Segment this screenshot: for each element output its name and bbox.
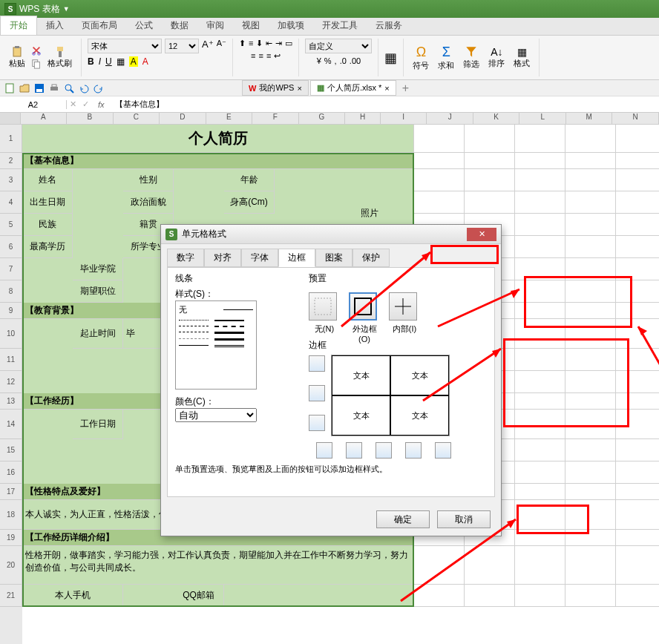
underline-button[interactable]: U [105, 56, 112, 67]
dtab-pattern[interactable]: 图案 [315, 249, 353, 267]
col-header[interactable]: B [67, 113, 114, 125]
preset-outer-button[interactable]: 外边框(O) [349, 292, 380, 344]
increase-font-icon[interactable]: A⁺ [202, 39, 214, 53]
fx-icon[interactable]: fx [92, 100, 111, 109]
line-style-list[interactable]: 无 [175, 300, 257, 390]
sort-button[interactable]: A↓排序 [485, 45, 508, 70]
row-header[interactable]: 5 [0, 214, 22, 236]
row-header[interactable]: 20 [0, 546, 22, 585]
select-all-corner[interactable] [0, 113, 21, 125]
tab-insert[interactable]: 插入 [37, 16, 73, 35]
row-header[interactable]: 18 [0, 500, 22, 530]
bold-button[interactable]: B [88, 56, 94, 67]
col-header[interactable]: C [114, 113, 160, 125]
paste-button[interactable]: 粘贴 [6, 45, 28, 70]
align-middle-icon[interactable]: ≡ [249, 39, 253, 48]
tab-layout[interactable]: 页面布局 [73, 16, 126, 35]
col-header[interactable]: M [566, 113, 613, 125]
col-header[interactable]: I [381, 113, 427, 125]
align-top-icon[interactable]: ⬆ [239, 39, 246, 48]
cell[interactable]: 年龄 [224, 169, 275, 191]
wrap-text-icon[interactable]: ↩ [274, 51, 281, 61]
tab-formula[interactable]: 公式 [126, 16, 162, 35]
save-icon[interactable] [34, 83, 45, 93]
col-header[interactable]: F [252, 113, 299, 125]
dialog-titlebar[interactable]: S 单元格格式 ✕ [161, 225, 501, 244]
currency-icon[interactable]: ¥ [317, 56, 321, 65]
cell[interactable]: 个人简历 [22, 125, 414, 153]
percent-icon[interactable]: % [324, 56, 332, 65]
undo-icon[interactable] [79, 83, 89, 93]
border-button[interactable]: ▦ [117, 56, 125, 67]
styles-icon[interactable]: ▦ [384, 50, 397, 66]
row-header[interactable]: 3 [0, 169, 22, 191]
dtab-number[interactable]: 数字 [167, 249, 204, 267]
col-header[interactable]: J [427, 113, 473, 125]
cancel-button[interactable]: 取消 [437, 510, 491, 528]
font-name-select[interactable]: 宋体 [88, 39, 162, 53]
cell[interactable]: 工作日期 [73, 410, 123, 439]
row-header[interactable]: 7 [0, 258, 22, 280]
font-color-button[interactable]: A [142, 56, 148, 67]
align-center-icon[interactable]: ≡ [259, 51, 263, 61]
print-icon[interactable] [49, 83, 59, 93]
decrease-font-icon[interactable]: A⁻ [217, 39, 226, 53]
row-header[interactable]: 21 [0, 585, 22, 607]
line-color-select[interactable]: 自动 [175, 408, 257, 422]
format-button[interactable]: ▦格式 [511, 45, 533, 70]
row-header[interactable]: 17 [0, 484, 22, 500]
col-header[interactable]: L [519, 113, 566, 125]
doc-tab-mywps[interactable]: W 我的WPS × [242, 80, 309, 96]
cell[interactable]: 期望职位 [73, 280, 123, 303]
cell[interactable]: QQ邮箱 [174, 585, 224, 607]
align-left-icon[interactable]: ≡ [251, 51, 255, 61]
col-header[interactable]: N [612, 113, 659, 125]
symbol-button[interactable]: Ω符号 [410, 43, 432, 73]
cell[interactable]: 【基本信息】 [22, 153, 414, 169]
copy-button[interactable] [31, 59, 42, 70]
cell[interactable]: 性别 [123, 169, 174, 191]
close-tab-icon[interactable]: × [297, 84, 301, 93]
row-header[interactable]: 2 [0, 153, 22, 169]
cell[interactable]: 政治面貌 [123, 191, 174, 214]
tab-data[interactable]: 数据 [162, 16, 197, 35]
border-diag1-button[interactable] [316, 442, 332, 459]
border-hmid-button[interactable] [309, 385, 325, 401]
col-header[interactable]: E [206, 113, 253, 125]
cell[interactable]: 毕业学院 [73, 258, 123, 280]
border-right-button[interactable] [405, 442, 422, 459]
row-header[interactable]: 8 [0, 280, 22, 303]
sum-button[interactable]: Σ求和 [435, 43, 457, 73]
row-header[interactable]: 10 [0, 319, 22, 349]
cell[interactable]: 身高(Cm) [224, 191, 275, 214]
align-right-icon[interactable]: ≡ [266, 51, 271, 61]
border-vmid-button[interactable] [376, 442, 392, 459]
dropdown-icon[interactable]: ▼ [63, 5, 70, 13]
format-painter-button[interactable]: 格式刷 [45, 45, 75, 70]
cancel-icon[interactable]: ✕ [67, 99, 79, 109]
redo-icon[interactable] [94, 83, 104, 93]
comma-icon[interactable]: , [335, 56, 337, 65]
tab-cloud[interactable]: 云服务 [367, 16, 411, 35]
row-header[interactable]: 1 [0, 125, 22, 153]
row-header[interactable]: 14 [0, 410, 22, 439]
preset-none-button[interactable]: 无(N) [309, 292, 340, 344]
align-bottom-icon[interactable]: ⬇ [256, 39, 263, 48]
tab-dev[interactable]: 开发工具 [313, 16, 367, 35]
row-header[interactable]: 19 [0, 530, 22, 546]
italic-button[interactable]: I [99, 56, 101, 67]
fill-color-button[interactable]: A [129, 56, 138, 67]
tab-review[interactable]: 审阅 [197, 16, 233, 35]
cell[interactable]: 出生日期 [22, 191, 73, 214]
border-left-button[interactable] [346, 442, 362, 459]
row-header[interactable]: 16 [0, 461, 22, 484]
row-header[interactable]: 4 [0, 191, 22, 214]
font-size-select[interactable]: 12 [165, 39, 199, 53]
new-tab-button[interactable]: + [398, 82, 413, 95]
close-tab-icon[interactable]: × [384, 84, 389, 93]
ok-button[interactable]: 确定 [376, 510, 430, 528]
dec-dec-icon[interactable]: .00 [350, 56, 361, 65]
name-box[interactable]: A2 [0, 100, 67, 109]
cell[interactable]: 起止时间 [73, 319, 123, 349]
col-header[interactable]: H [345, 113, 381, 125]
